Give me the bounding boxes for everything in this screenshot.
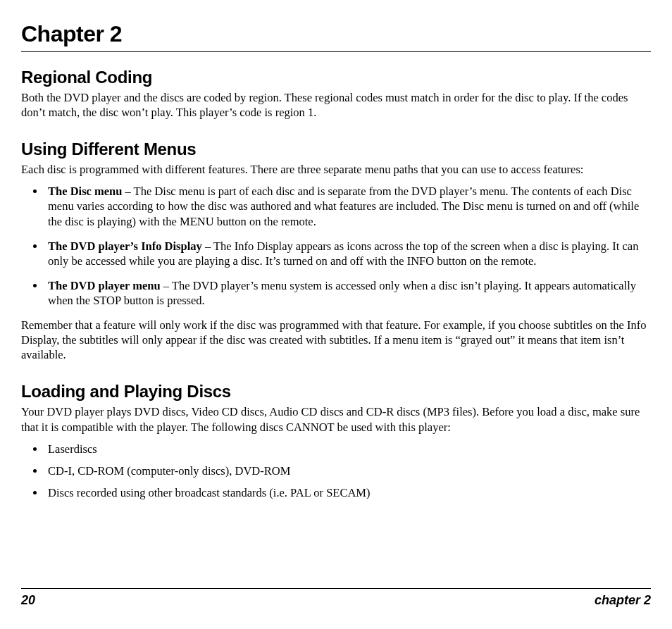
- chapter-title: Chapter 2: [21, 21, 651, 52]
- bullet-head-info-display: The DVD player’s Info Display: [48, 239, 202, 253]
- menus-footnote: Remember that a feature will only work i…: [21, 318, 651, 362]
- loading-list: Laserdiscs CD-I, CD-ROM (computer-only d…: [21, 442, 651, 500]
- section-heading-regional: Regional Coding: [21, 68, 651, 87]
- list-item: The DVD player’s Info Display – The Info…: [45, 239, 651, 268]
- section-heading-loading: Loading and Playing Discs: [21, 382, 651, 401]
- bullet-head-disc-menu: The Disc menu: [48, 185, 122, 198]
- menus-intro: Each disc is programmed with different f…: [21, 162, 651, 177]
- bullet-body: – The Disc menu is part of each disc and…: [48, 185, 639, 228]
- list-item: The DVD player menu – The DVD player’s m…: [45, 278, 651, 308]
- list-item: The Disc menu – The Disc menu is part of…: [45, 184, 651, 228]
- page-footer: 20 chapter 2: [21, 588, 651, 608]
- section-heading-menus: Using Different Menus: [21, 139, 651, 159]
- list-item: Laserdiscs: [45, 442, 651, 456]
- list-item: CD-I, CD-ROM (computer-only discs), DVD-…: [45, 463, 651, 478]
- menus-list: The Disc menu – The Disc menu is part of…: [21, 184, 651, 308]
- bullet-head-player-menu: The DVD player menu: [48, 279, 161, 292]
- list-item: Discs recorded using other broadcast sta…: [45, 485, 651, 500]
- footer-chapter-ref: chapter 2: [595, 593, 651, 608]
- page-number: 20: [21, 593, 35, 608]
- loading-intro: Your DVD player plays DVD discs, Video C…: [21, 404, 651, 434]
- regional-body: Both the DVD player and the discs are co…: [21, 90, 651, 120]
